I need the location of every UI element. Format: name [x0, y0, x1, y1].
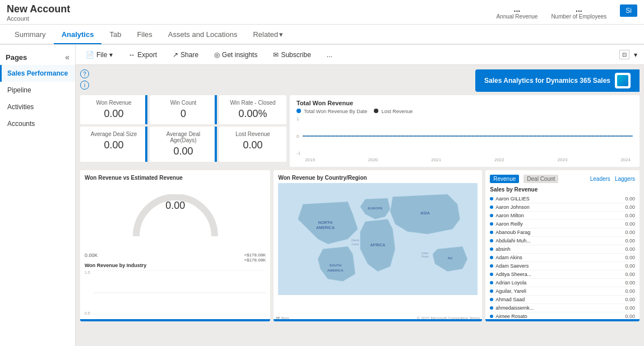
list-item: Aaron Reilly0.00 — [490, 220, 635, 228]
more-button[interactable]: ... — [323, 50, 336, 60]
sales-card: Revenue Deal Count Leaders Laggers Sales… — [485, 170, 640, 321]
laggers-link[interactable]: Laggers — [615, 176, 635, 182]
metric-lost-revenue: Lost Revenue 0.00 — [219, 127, 286, 162]
row-value: 0.00 — [625, 255, 635, 260]
window-icon[interactable]: ⊡ — [619, 50, 629, 59]
gauge-label-left: 0.00K — [85, 253, 98, 263]
tab-summary[interactable]: Summary — [7, 26, 54, 44]
row-name: Ahmad Saad — [490, 297, 525, 302]
main-layout: Pages « Sales Performance Pipeline Activ… — [0, 45, 644, 346]
list-item: Abdulahi Muh...0.00 — [490, 237, 635, 245]
account-subtitle: Account — [7, 15, 70, 22]
row-name: absinh — [490, 246, 511, 252]
top-bar-left: New Account Account — [7, 3, 70, 22]
report-header: Sales Analytics for Dynamics 365 Sales — [80, 69, 640, 92]
sales-tab-deal-count[interactable]: Deal Count — [523, 175, 558, 183]
subscribe-label: Subscribe — [281, 51, 311, 59]
file-button[interactable]: 📄 File ▾ — [82, 50, 116, 60]
sales-tab-revenue[interactable]: Revenue — [490, 175, 519, 183]
lost-revenue-dot — [374, 109, 378, 113]
row-value: 0.00 — [625, 230, 635, 235]
svg-text:NORTH: NORTH — [318, 221, 332, 225]
svg-text:Ocean: Ocean — [352, 243, 360, 246]
related-chevron-icon: ▾ — [279, 30, 283, 39]
sidebar-item-pipeline[interactable]: Pipeline — [0, 82, 75, 99]
bottom-section: Won Revenue vs Estimated Revenue 0.00 0.… — [80, 170, 640, 321]
share-label: Share — [180, 51, 198, 59]
insights-icon: ◎ — [214, 51, 220, 59]
x-axis: 2019 2020 2021 2022 2023 2024 — [303, 157, 633, 162]
svg-text:Indian: Indian — [422, 252, 429, 255]
tab-related[interactable]: Related ▾ — [245, 26, 291, 44]
sidebar-item-accounts[interactable]: Accounts — [0, 115, 75, 132]
row-dot — [490, 239, 493, 242]
list-item: Aguilar, Yareli0.00 — [490, 287, 635, 296]
industry-section: Won Revenue by Industry 1.0 0.5 — [85, 263, 266, 321]
svg-text:ASIA: ASIA — [420, 211, 430, 216]
svg-text:EUROPE: EUROPE — [368, 206, 383, 210]
share-button[interactable]: ↗ Share — [169, 50, 202, 60]
question-icon[interactable]: ? — [80, 69, 89, 78]
win-count-value: 0 — [156, 108, 210, 120]
info-icons: ? i — [80, 69, 89, 90]
map-scroll-bar — [274, 319, 482, 321]
industry-title: Won Revenue by Industry — [85, 263, 266, 268]
export-button[interactable]: ↔ Export — [125, 50, 160, 60]
list-item: Aaron Johnson0.00 — [490, 203, 635, 212]
sidebar-collapse-button[interactable]: « — [65, 53, 70, 62]
row-name: Aditya Sheera... — [490, 272, 531, 277]
sign-button[interactable]: Si — [620, 4, 637, 17]
svg-text:AMERICA: AMERICA — [316, 226, 335, 230]
win-rate-value: 0.00% — [226, 108, 280, 120]
export-label: Export — [137, 51, 157, 59]
total-won-section: Total Won Revenue Total Won Revenue By D… — [290, 95, 640, 167]
y-max: 1 — [296, 116, 300, 121]
industry-y-axis: 1.0 0.5 — [85, 270, 91, 315]
won-revenue-dot — [296, 109, 301, 113]
tab-files[interactable]: Files — [129, 26, 160, 44]
avg-deal-age-label: Average Deal Age(Days) — [156, 131, 210, 143]
sidebar-header: Pages « — [0, 49, 75, 65]
tab-tab[interactable]: Tab — [101, 26, 129, 44]
map-title: Won Revenue by Country/Region — [278, 175, 478, 181]
sales-table-title: Sales by Revenue — [490, 186, 635, 193]
sidebar-item-activities[interactable]: Activities — [0, 99, 75, 115]
row-value: 0.00 — [625, 272, 635, 277]
report-toolbar: 📄 File ▾ ↔ Export ↗ Share ◎ Get insights… — [76, 45, 644, 65]
row-dot — [490, 256, 493, 259]
logo-icon-inner — [617, 75, 628, 86]
get-insights-button[interactable]: ◎ Get insights — [211, 50, 261, 60]
win-count-bar — [215, 95, 217, 124]
win-count-label: Win Count — [156, 100, 210, 106]
list-item: Aaron GILLIES0.00 — [490, 195, 635, 203]
num-employees-dots: ... — [551, 4, 606, 13]
file-chevron-icon: ▾ — [109, 51, 113, 59]
tab-assets-locations[interactable]: Assets and Locations — [160, 26, 245, 44]
logo-icon — [615, 73, 631, 88]
y-axis: 1 0 -1 — [296, 116, 303, 156]
row-dot — [490, 222, 493, 226]
row-dot — [490, 289, 493, 293]
avg-deal-age-bar — [215, 127, 217, 162]
gauge-value: 0.00 — [165, 200, 185, 212]
total-won-title: Total Won Revenue — [296, 100, 633, 106]
row-dot — [490, 315, 493, 318]
metrics-grid: Won Revenue 0.00 Win Count 0 Win Rate - … — [80, 95, 286, 167]
row-value: 0.00 — [625, 297, 635, 302]
sidebar-title: Pages — [6, 53, 27, 62]
expand-icon[interactable]: ▾ — [634, 51, 637, 59]
sidebar-item-sales-performance[interactable]: Sales Performance — [0, 65, 75, 82]
row-name: Aimee Rosato — [490, 314, 527, 319]
leaders-link[interactable]: Leaders — [590, 176, 610, 182]
row-name: Abdulahi Muh... — [490, 238, 531, 244]
avg-deal-size-value: 0.00 — [87, 139, 141, 151]
list-item: Adam Akins0.00 — [490, 254, 635, 262]
avg-deal-size-bar — [145, 127, 147, 162]
info-icon[interactable]: i — [80, 81, 89, 90]
metric-avg-deal-size: Average Deal Size 0.00 — [80, 127, 147, 162]
subscribe-button[interactable]: ✉ Subscribe — [270, 50, 314, 60]
map-container: NORTH AMERICA EUROPE ASIA AFRICA SOUTH A… — [278, 183, 478, 295]
legend-won-revenue: Total Won Revenue By Date — [296, 109, 367, 114]
tab-analytics[interactable]: Analytics — [54, 26, 102, 44]
insights-label: Get insights — [222, 51, 257, 59]
